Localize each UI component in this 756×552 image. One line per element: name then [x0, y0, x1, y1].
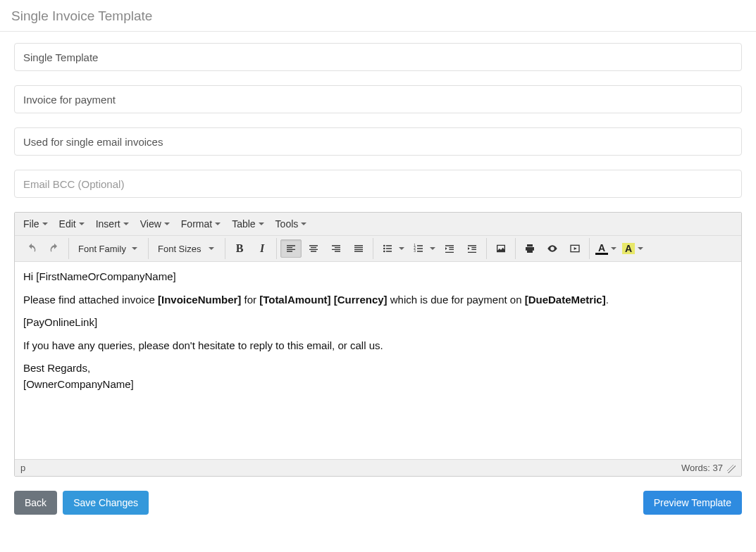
svg-point-0	[383, 245, 385, 247]
align-center-button[interactable]	[303, 239, 324, 258]
undo-button[interactable]	[21, 239, 42, 258]
svg-point-1	[383, 248, 385, 250]
editor-content[interactable]: Hi [FirstNameOrCompanyName] Please find …	[15, 262, 741, 459]
indent-icon	[466, 243, 478, 254]
save-button[interactable]: Save Changes	[63, 491, 149, 515]
align-justify-button[interactable]	[348, 239, 369, 258]
outdent-button[interactable]	[439, 239, 460, 258]
align-left-icon	[285, 243, 297, 254]
menu-view[interactable]: View	[136, 215, 174, 232]
body-text: for	[241, 294, 259, 306]
back-button[interactable]: Back	[14, 491, 57, 515]
menu-tools[interactable]: Tools	[271, 215, 311, 232]
media-button[interactable]	[564, 239, 585, 258]
merge-token: [DueDateMetric]	[525, 294, 606, 306]
caret-down-icon	[123, 222, 129, 225]
bg-color-icon: A	[622, 243, 635, 254]
align-left-button[interactable]	[280, 239, 302, 258]
merge-token: [Currency]	[334, 294, 388, 306]
redo-button[interactable]	[44, 239, 65, 258]
body-text: .	[606, 294, 609, 306]
merge-token: [OwnerCompanyName]	[23, 378, 134, 390]
menu-edit[interactable]: Edit	[55, 215, 89, 232]
align-justify-icon	[353, 243, 364, 254]
rich-text-editor: File Edit Insert View Format Table Tools…	[14, 212, 742, 477]
description-input[interactable]	[14, 127, 742, 156]
italic-button[interactable]: I	[252, 239, 273, 258]
caret-down-icon	[638, 247, 643, 250]
menu-file[interactable]: File	[19, 215, 52, 232]
caret-down-icon	[259, 222, 264, 225]
bullet-list-icon	[382, 243, 393, 254]
caret-down-icon	[209, 247, 214, 250]
page-title: Single Invoice Template	[0, 0, 756, 31]
align-right-button[interactable]	[326, 239, 347, 258]
caret-down-icon	[79, 222, 85, 225]
resize-grip[interactable]	[727, 465, 736, 473]
body-text: If you have any queries, please don't he…	[23, 339, 383, 351]
editor-statusbar: p Words: 37	[15, 459, 741, 476]
element-path[interactable]: p	[20, 463, 25, 473]
svg-point-2	[383, 251, 385, 253]
caret-down-icon	[301, 222, 306, 225]
merge-token: [FirstNameOrCompanyName]	[36, 270, 175, 282]
svg-text:3: 3	[414, 249, 416, 253]
caret-down-icon	[164, 222, 170, 225]
menu-format[interactable]: Format	[177, 215, 225, 232]
bg-color-more[interactable]	[636, 239, 646, 258]
merge-token: [TotalAmount]	[259, 294, 330, 306]
bullet-list-more[interactable]	[397, 239, 407, 258]
action-bar: Back Save Changes Preview Template	[6, 491, 750, 526]
menu-insert[interactable]: Insert	[92, 215, 133, 232]
preview-button[interactable]	[542, 239, 563, 258]
bg-color-button[interactable]: A	[620, 239, 637, 258]
bold-icon: B	[236, 242, 244, 255]
merge-token: [PayOnlineLink]	[23, 316, 97, 328]
form-container: File Edit Insert View Format Table Tools…	[0, 31, 756, 526]
body-text: Hi	[23, 270, 36, 282]
align-right-icon	[330, 243, 342, 254]
undo-icon	[26, 243, 37, 254]
outdent-icon	[444, 243, 455, 254]
font-size-select[interactable]: Font Sizes	[151, 239, 222, 258]
bcc-input[interactable]	[14, 170, 742, 198]
indent-button[interactable]	[461, 239, 483, 258]
font-family-select[interactable]: Font Family	[72, 239, 145, 258]
media-icon	[569, 243, 581, 254]
caret-down-icon	[215, 222, 221, 225]
caret-down-icon	[430, 247, 435, 250]
align-center-icon	[308, 243, 319, 254]
preview-template-button[interactable]: Preview Template	[643, 491, 742, 515]
text-color-button[interactable]: A	[593, 239, 610, 258]
caret-down-icon	[611, 247, 616, 250]
word-count: Words: 37	[681, 463, 723, 473]
caret-down-icon	[42, 222, 48, 225]
image-icon	[495, 243, 507, 254]
print-icon	[524, 243, 535, 254]
subject-input[interactable]	[14, 85, 742, 113]
insert-image-button[interactable]	[490, 239, 512, 258]
editor-toolbar: Font Family Font Sizes B I	[15, 236, 741, 262]
eye-icon	[547, 243, 558, 254]
merge-token: [InvoiceNumber]	[158, 294, 241, 306]
redo-icon	[49, 243, 60, 254]
numbered-list-button[interactable]: 123	[408, 239, 429, 258]
text-color-icon: A	[595, 243, 608, 255]
bold-button[interactable]: B	[229, 239, 250, 258]
caret-down-icon	[132, 247, 137, 250]
body-text: Best Regards,	[23, 362, 90, 374]
numbered-list-more[interactable]	[428, 239, 438, 258]
body-text: Please find attached invoice	[23, 294, 158, 306]
caret-down-icon	[399, 247, 404, 250]
print-button[interactable]	[519, 239, 540, 258]
bullet-list-button[interactable]	[377, 239, 398, 258]
menu-table[interactable]: Table	[228, 215, 268, 232]
italic-icon: I	[260, 242, 264, 255]
numbered-list-icon: 123	[413, 243, 424, 254]
editor-menubar: File Edit Insert View Format Table Tools	[15, 213, 741, 236]
text-color-more[interactable]	[609, 239, 619, 258]
template-name-input[interactable]	[14, 43, 742, 71]
body-text: which is due for payment on	[388, 294, 525, 306]
